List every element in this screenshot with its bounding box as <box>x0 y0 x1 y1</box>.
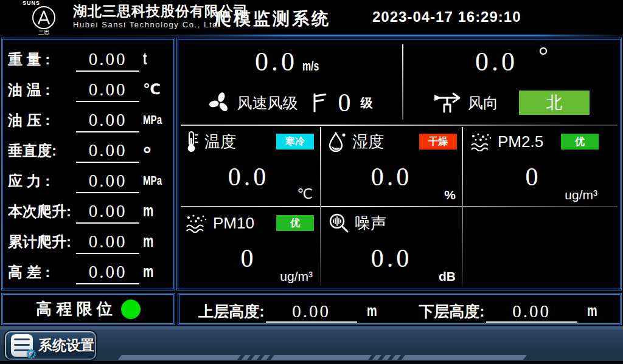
layer-heights-box: 上层高度: 0.00 m 下层高度: 0.00 m <box>178 293 622 325</box>
elevation-limit-box: 高 程 限 位 <box>1 293 175 325</box>
fan-icon <box>208 91 231 114</box>
sensor-grid: 温度 寒冷 0.0 ℃ 湿度 干燥 <box>178 125 620 289</box>
logo-mark-icon <box>32 6 55 29</box>
weight-label: 重 量 : <box>8 47 76 72</box>
dust-icon <box>470 132 492 151</box>
system-settings-button[interactable]: ⚙ 系统设置 <box>5 331 96 360</box>
pm25-value: 0 <box>463 162 604 191</box>
wind-speed-unit: m/s <box>302 58 319 74</box>
verticality-unit: ° <box>143 145 169 163</box>
upper-height-unit: m <box>367 298 377 323</box>
noise-unit: dB <box>439 269 456 284</box>
wind-vane-icon <box>434 91 462 114</box>
humidity-cell: 湿度 干燥 0.0 % <box>321 126 462 205</box>
wind-direction-badge: 北 <box>519 91 590 115</box>
lower-height-label: 下层高度: <box>419 300 484 323</box>
humidity-status-badge: 干燥 <box>419 134 457 149</box>
current-climb-unit: m <box>143 198 153 224</box>
sidebar-row-oil-temp: 油 温 : 0.00 ℃ <box>8 73 169 102</box>
upper-height-label: 上层高度: <box>198 300 264 323</box>
total-climb-value: 0.00 <box>76 230 139 254</box>
oil-pressure-value: 0.00 <box>76 109 139 132</box>
oil-pressure-unit: MPa <box>143 107 162 132</box>
taskbar-decoration <box>120 355 529 360</box>
noise-icon <box>329 213 349 233</box>
elevation-limit-label: 高 程 限 位 <box>36 298 113 320</box>
temperature-cell: 温度 寒冷 0.0 ℃ <box>178 126 319 205</box>
sidebar-row-current-climb: 本次爬升: 0.00 m <box>8 194 169 224</box>
elevation-limit-status-light <box>121 300 141 319</box>
noise-value: 0.0 <box>321 244 462 273</box>
height-diff-label: 高 差 : <box>8 260 76 284</box>
sidebar-row-weight: 重 量 : 0.00 t <box>8 43 169 72</box>
wind-direction-section: 0.0 ° 风向 北 <box>403 39 620 125</box>
oil-temp-label: 油 温 : <box>8 78 76 102</box>
environment-panel: 0.0 m/s 风速风级 <box>176 38 622 290</box>
humidity-unit: % <box>444 188 456 202</box>
pm25-label: PM2.5 <box>498 132 543 151</box>
pm25-unit: ug/m³ <box>565 188 597 202</box>
taskbar: ⚙ 系统设置 <box>0 326 623 364</box>
temperature-label: 温度 <box>204 131 236 153</box>
empty-cell <box>463 207 604 286</box>
current-climb-label: 本次爬升: <box>8 199 76 224</box>
total-climb-label: 累计爬升: <box>8 230 76 254</box>
weight-value: 0.00 <box>76 48 139 72</box>
oil-temp-unit: ℃ <box>143 77 169 102</box>
sidebar-row-height-diff: 高 差 : 0.00 m <box>8 255 169 284</box>
wind-level-value: 0 <box>338 89 351 117</box>
stress-unit: MPa <box>143 168 162 193</box>
sidebar-row-verticality: 垂直度: 0.00 ° <box>8 134 169 163</box>
oil-temp-value: 0.00 <box>76 78 139 102</box>
height-diff-unit: m <box>143 259 153 284</box>
pm10-status-badge: 优 <box>276 215 314 231</box>
pm25-status-badge: 优 <box>561 134 599 149</box>
stress-label: 应 力 : <box>8 169 76 193</box>
droplet-icon <box>329 131 347 152</box>
height-diff-value: 0.00 <box>76 261 139 284</box>
settings-button-label: 系统设置 <box>38 336 94 355</box>
wind-speed-label: 风速风级 <box>237 93 298 113</box>
lower-height-value: 0.00 <box>486 301 577 323</box>
logo-top-text: SUNS <box>15 0 73 6</box>
wind-speed-value: 0.0 <box>255 47 298 77</box>
verticality-label: 垂直度: <box>8 139 76 163</box>
humidity-value: 0.0 <box>321 162 462 191</box>
header-divider <box>0 35 623 36</box>
noise-label: 噪声 <box>355 213 386 234</box>
wind-speed-section: 0.0 m/s 风速风级 <box>178 39 402 125</box>
lower-height-unit: m <box>587 298 597 323</box>
pm10-unit: ug/m³ <box>280 269 313 284</box>
total-climb-unit: m <box>143 228 153 254</box>
company-logo: SUNS 三思 <box>15 0 73 35</box>
thermometer-icon <box>186 131 199 153</box>
sidebar-row-oil-pressure: 油 压 : 0.00 MPa <box>8 103 169 132</box>
wind-direction-unit: ° <box>538 47 548 65</box>
settings-sliders-icon: ⚙ <box>11 334 33 357</box>
sidebar-row-total-climb: 累计爬升: 0.00 m <box>8 225 169 254</box>
weight-unit: t <box>143 46 147 72</box>
oil-pressure-label: 油 压 : <box>8 108 76 132</box>
header: SUNS 三思 湖北三思科技股份有限公司 Hubei Sansi Technol… <box>0 0 623 35</box>
upper-height-section: 上层高度: 0.00 m <box>179 296 400 323</box>
verticality-value: 0.00 <box>76 139 139 163</box>
gear-icon: ⚙ <box>26 347 37 362</box>
stress-value: 0.00 <box>76 170 139 193</box>
measurement-sidebar: 重 量 : 0.00 t 油 温 : 0.00 ℃ 油 压 : 0.00 MPa… <box>1 38 175 290</box>
humidity-label: 湿度 <box>352 131 384 153</box>
sidebar-row-stress: 应 力 : 0.00 MPa <box>8 164 169 193</box>
upper-height-value: 0.00 <box>266 301 357 323</box>
noise-cell: 噪声 0.0 dB <box>321 207 462 286</box>
wind-direction-value: 0.0 <box>475 47 518 77</box>
dust-icon <box>186 213 207 233</box>
pm10-label: PM10 <box>213 214 254 233</box>
wind-level-unit: 级 <box>361 95 373 111</box>
wind-level-flag-icon <box>312 92 327 113</box>
temperature-unit: ℃ <box>297 186 313 202</box>
page-title: 爬模监测系统 <box>214 7 331 30</box>
current-climb-value: 0.00 <box>76 200 139 224</box>
taskbar-bottom-strip <box>0 361 623 364</box>
lower-height-section: 下层高度: 0.00 m <box>400 296 620 323</box>
pm25-cell: PM2.5 优 0 ug/m³ <box>463 126 604 205</box>
pm10-cell: PM10 优 0 ug/m³ <box>178 207 319 286</box>
